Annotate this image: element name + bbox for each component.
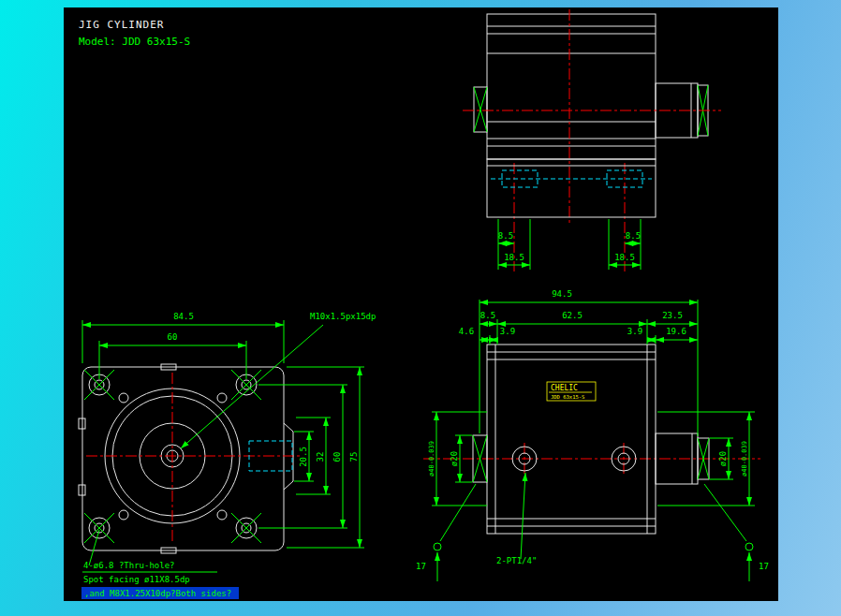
front-view-centerlines <box>86 373 300 541</box>
dim-8-5-left-label: 8.5 <box>498 231 513 241</box>
dim-23-5-label: 23.5 <box>662 311 683 320</box>
front-view: 84.5 60 20.5 32 60 75 M10x1.5px15dp <box>79 312 376 599</box>
note-spot-facing: Spot facing ø11X8.5dp <box>83 575 190 584</box>
cad-drawing: JIG CYLINDER Model: JDD 63x15-S <box>0 0 841 616</box>
dim-60-right-label: 60 <box>332 452 342 462</box>
side-view-leaders: 17 17 2-PT1/4" <box>416 473 769 581</box>
top-view-body-outline <box>487 14 656 159</box>
dim-port-right-label: ø20 <box>718 451 728 466</box>
side-view: CHELIC JDD 63x15-S 94 <box>416 289 769 581</box>
dim-port-left-label: ø20 <box>450 451 459 466</box>
dim-84-5-label: 84.5 <box>173 312 194 321</box>
top-view: 8.5 8.5 18.5 18.5 <box>463 9 721 271</box>
side-view-dimensions-top: 94.5 8.5 62.5 23.5 4.6 3.9 3.9 19.6 <box>459 289 698 436</box>
side-view-centerline <box>423 443 760 475</box>
drawing-model: Model: JDD 63x15-S <box>79 36 190 48</box>
brand-model-label: JDD 63x15-S <box>551 394 584 400</box>
top-view-dimensions: 8.5 8.5 18.5 18.5 <box>498 219 641 270</box>
dim-18-5-right-label: 18.5 <box>614 253 635 262</box>
drawing-title: JIG CYLINDER <box>79 19 164 31</box>
dim-3-9-right-label: 3.9 <box>627 327 642 336</box>
dim-32-label: 32 <box>316 452 325 462</box>
side-view-brand-plate: CHELIC JDD 63x15-S <box>547 382 596 401</box>
dim-8-5-label: 8.5 <box>480 311 495 320</box>
dim-rod-right-label: ø40-0.039 <box>741 441 748 477</box>
side-view-body-outline <box>487 345 656 534</box>
dim-20-5-label: 20.5 <box>299 447 308 467</box>
note-thread-both-sides: ,and M8X1.25X10dp?Both sides? <box>84 589 231 598</box>
dim-17-right-label: 17 <box>759 562 769 571</box>
dim-8-5-right-label: 8.5 <box>626 231 641 241</box>
dim-62-5-label: 62.5 <box>562 311 583 320</box>
dim-60-top-label: 60 <box>168 332 178 342</box>
front-view-notes: 4-ø6.8 ?Thru-hole? Spot facing ø11X8.5dp… <box>81 530 239 599</box>
dim-94-5-label: 94.5 <box>552 289 572 299</box>
dim-75-label: 75 <box>349 452 359 462</box>
dim-18-5-left-label: 18.5 <box>504 253 524 262</box>
note-thru-hole: 4-ø6.8 ?Thru-hole? <box>83 561 175 570</box>
front-view-dimensions: 84.5 60 20.5 32 60 75 <box>82 312 364 548</box>
dim-19-6-label: 19.6 <box>666 327 686 336</box>
dim-17-left-label: 17 <box>416 562 426 571</box>
dim-3-9-left-label: 3.9 <box>500 327 515 336</box>
front-view-thread-callout: M10x1.5px15dp <box>181 312 376 448</box>
top-view-flange-section <box>487 159 656 217</box>
brand-name-label: CHELIC <box>551 384 578 392</box>
drawing-header: JIG CYLINDER Model: JDD 63x15-S <box>79 19 190 48</box>
dim-4-6-label: 4.6 <box>459 327 474 336</box>
thread-callout-label: M10x1.5px15dp <box>310 312 376 321</box>
top-view-port-boss <box>474 87 487 132</box>
port-callout-label: 2-PT1/4" <box>496 556 537 565</box>
dim-rod-left-label: ø40-0.039 <box>428 441 435 477</box>
